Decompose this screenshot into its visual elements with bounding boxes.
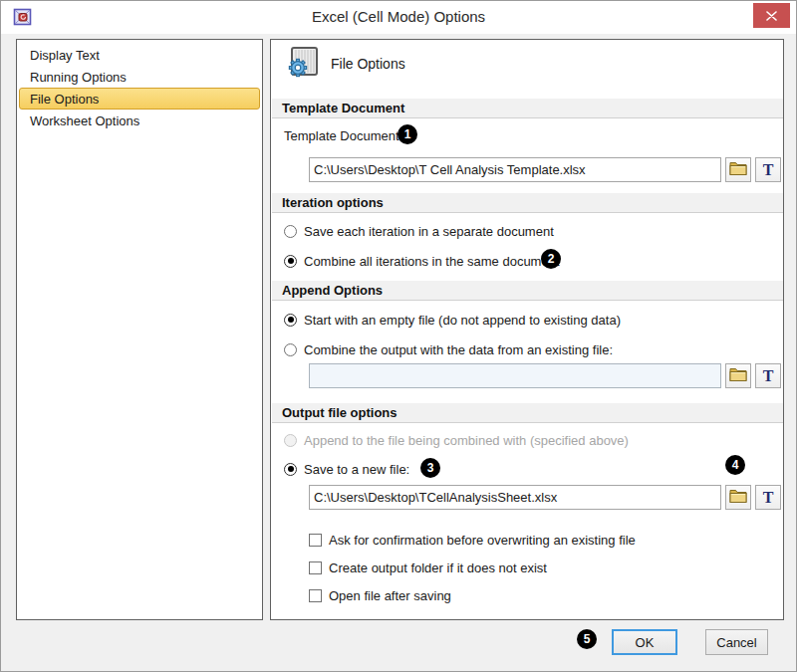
- folder-icon: [729, 489, 747, 506]
- annotation-badge-2: 2: [541, 249, 561, 269]
- checkbox-confirm-overwrite[interactable]: Ask for confirmation before overwriting …: [309, 532, 636, 548]
- close-button[interactable]: [753, 3, 790, 28]
- checkbox-label: Ask for confirmation before overwriting …: [329, 533, 636, 548]
- output-text-tool-button[interactable]: T: [755, 485, 781, 510]
- panel-title: File Options: [331, 56, 405, 72]
- radio-label: Append to the file being combined with (…: [304, 433, 629, 448]
- options-nav-sidebar: Display Text Running Options File Option…: [16, 39, 263, 620]
- cancel-button[interactable]: Cancel: [705, 629, 768, 655]
- sidebar-item-running-options[interactable]: Running Options: [19, 66, 260, 88]
- sidebar-item-file-options[interactable]: File Options: [19, 88, 260, 110]
- section-header-append-options: Append Options: [272, 281, 783, 301]
- radio-icon: [284, 343, 297, 356]
- window-title: Excel (Cell Mode) Options: [1, 8, 796, 25]
- folder-icon: [729, 161, 747, 178]
- radio-save-each-iteration[interactable]: Save each iteration in a separate docume…: [284, 223, 554, 239]
- checkbox-icon: [309, 589, 322, 602]
- annotation-badge-5: 5: [577, 629, 597, 649]
- combine-text-tool-button[interactable]: T: [755, 363, 781, 388]
- output-file-input[interactable]: [309, 485, 721, 510]
- annotation-badge-1: 1: [398, 124, 417, 144]
- sidebar-item-worksheet-options[interactable]: Worksheet Options: [19, 110, 260, 131]
- checkbox-label: Open file after saving: [329, 588, 451, 603]
- checkbox-icon: [309, 561, 322, 574]
- sidebar-item-display-text[interactable]: Display Text: [19, 44, 260, 66]
- annotation-badge-4: 4: [725, 455, 745, 475]
- checkbox-label: Create output folder if it does not exis…: [329, 560, 547, 575]
- options-dialog: Excel (Cell Mode) Options Display Text R…: [0, 0, 797, 672]
- checkbox-open-file-after-saving[interactable]: Open file after saving: [309, 587, 451, 603]
- radio-combine-iterations[interactable]: Combine all iterations in the same docum…: [284, 253, 560, 269]
- radio-append-to-combined-file: Append to the file being combined with (…: [284, 432, 629, 448]
- radio-label: Start with an empty file (do not append …: [304, 313, 621, 328]
- output-browse-button[interactable]: [725, 485, 751, 510]
- title-bar: Excel (Cell Mode) Options: [1, 1, 796, 34]
- radio-save-to-new-file[interactable]: Save to a new file:: [284, 461, 409, 477]
- template-browse-button[interactable]: [725, 157, 751, 182]
- radio-label: Combine the output with the data from an…: [304, 342, 613, 357]
- text-tool-icon: T: [763, 162, 774, 178]
- section-header-template-document: Template Document: [272, 99, 783, 118]
- template-text-tool-button[interactable]: T: [755, 157, 781, 182]
- close-icon: [766, 7, 777, 25]
- checkbox-icon: [309, 534, 322, 547]
- checkbox-create-output-folder[interactable]: Create output folder if it does not exis…: [309, 560, 547, 575]
- text-tool-icon: T: [763, 368, 774, 384]
- radio-label: Save to a new file:: [304, 462, 409, 477]
- file-options-panel: File Options Template Document Template …: [270, 39, 784, 620]
- combine-existing-file-input[interactable]: [309, 363, 721, 388]
- section-header-iteration-options: Iteration options: [272, 193, 783, 213]
- ok-button[interactable]: OK: [612, 629, 677, 655]
- file-options-icon: [287, 46, 321, 84]
- radio-icon: [284, 314, 297, 327]
- radio-label: Save each iteration in a separate docume…: [304, 224, 554, 239]
- radio-start-empty-file[interactable]: Start with an empty file (do not append …: [284, 312, 621, 328]
- radio-icon: [284, 434, 297, 447]
- template-document-input[interactable]: [309, 157, 721, 182]
- radio-icon: [284, 255, 297, 268]
- radio-icon: [284, 463, 297, 476]
- combine-browse-button[interactable]: [725, 363, 751, 388]
- annotation-badge-3: 3: [420, 458, 440, 478]
- template-document-label: Template Document:: [284, 128, 402, 143]
- folder-icon: [729, 367, 747, 384]
- text-tool-icon: T: [763, 490, 774, 506]
- radio-label: Combine all iterations in the same docum…: [304, 254, 560, 269]
- radio-icon: [284, 225, 297, 238]
- section-header-output-file-options: Output file options: [272, 403, 783, 423]
- radio-combine-existing-file[interactable]: Combine the output with the data from an…: [284, 341, 613, 357]
